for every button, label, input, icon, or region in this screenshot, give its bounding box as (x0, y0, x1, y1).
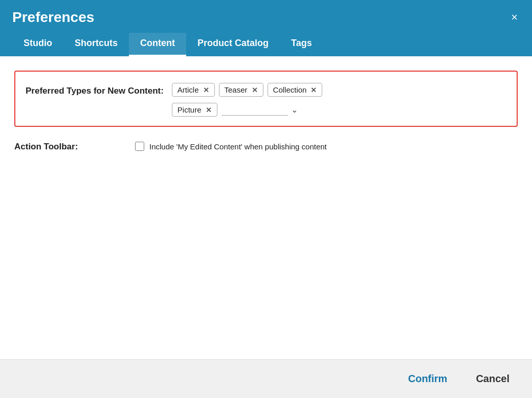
tag-picture: Picture ✕ (172, 103, 217, 117)
tag-picture-remove[interactable]: ✕ (206, 106, 212, 114)
publish-content-label: Include 'My Edited Content' when publish… (149, 141, 327, 152)
dialog-header: Preferences × Studio Shortcuts Content P… (0, 0, 532, 56)
tag-collection-remove[interactable]: ✕ (311, 86, 317, 94)
action-toolbar-row: Action Toolbar: Include 'My Edited Conte… (14, 141, 518, 152)
tag-collection: Collection ✕ (268, 83, 323, 97)
tab-product-catalog[interactable]: Product Catalog (186, 33, 280, 56)
tag-collection-label: Collection (273, 85, 307, 94)
tab-content[interactable]: Content (129, 33, 186, 56)
tag-teaser: Teaser ✕ (219, 83, 263, 97)
tab-studio[interactable]: Studio (12, 33, 63, 56)
dropdown-arrow-icon[interactable]: ⌄ (291, 105, 298, 115)
tab-tags[interactable]: Tags (280, 33, 323, 56)
tab-shortcuts[interactable]: Shortcuts (63, 33, 129, 56)
tag-teaser-remove[interactable]: ✕ (252, 86, 258, 94)
tag-article-remove[interactable]: ✕ (203, 86, 209, 94)
publish-content-checkbox[interactable] (135, 142, 144, 151)
tag-type-input[interactable] (221, 104, 288, 116)
dialog-footer: Confirm Cancel (0, 359, 532, 398)
preferences-dialog: Preferences × Studio Shortcuts Content P… (0, 0, 532, 398)
preferred-types-row: Preferred Types for New Content: Article… (26, 83, 506, 117)
dialog-body: Preferred Types for New Content: Article… (0, 56, 532, 359)
tag-article: Article ✕ (172, 83, 215, 97)
action-toolbar-label: Action Toolbar: (14, 142, 127, 152)
preferred-types-label: Preferred Types for New Content: (26, 83, 164, 96)
tabs-bar: Studio Shortcuts Content Product Catalog… (12, 33, 520, 56)
tag-picture-label: Picture (178, 105, 202, 114)
preferred-types-section: Preferred Types for New Content: Article… (14, 71, 518, 127)
tag-article-label: Article (178, 85, 199, 94)
cancel-button[interactable]: Cancel (468, 369, 518, 389)
close-button[interactable]: × (509, 10, 520, 25)
confirm-button[interactable]: Confirm (400, 369, 456, 389)
header-top: Preferences × (12, 9, 520, 26)
action-toolbar-checkbox-row: Include 'My Edited Content' when publish… (135, 141, 327, 152)
dialog-title: Preferences (12, 9, 94, 26)
tag-teaser-label: Teaser (225, 85, 248, 94)
tags-container: Article ✕ Teaser ✕ Collection ✕ Pict (172, 83, 506, 117)
